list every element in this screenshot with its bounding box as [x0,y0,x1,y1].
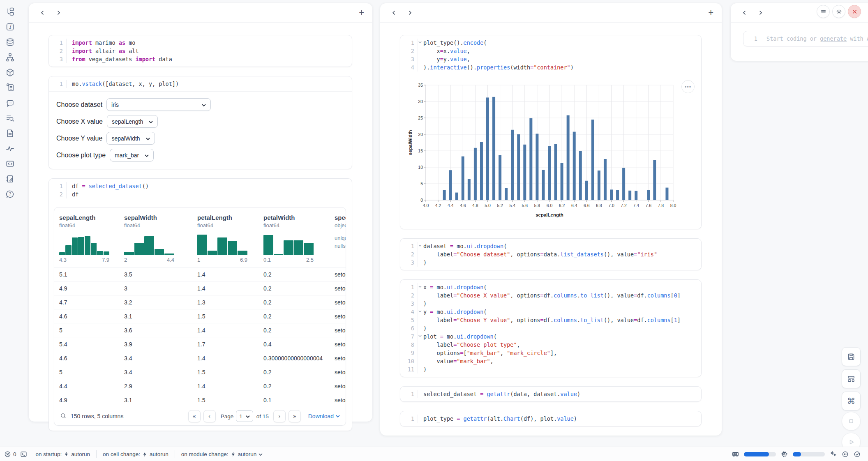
table-cell: 0.4 [259,341,330,348]
svg-text:5.4: 5.4 [509,203,515,208]
column-header-sepalLength[interactable]: sepalLengthfloat644.37.9 [54,214,119,263]
ram-usage-meter[interactable] [744,452,776,456]
last-page-button[interactable]: » [289,410,301,422]
file-tree-icon[interactable] [6,7,14,16]
table-row[interactable]: 4.63.41.40.30000000000000004setosa [54,351,346,365]
page-select[interactable]: 1 [236,410,253,422]
chart-actions-button[interactable]: ••• [681,80,695,93]
column-histogram [124,233,174,255]
table-row[interactable]: 4.63.11.50.2setosa [54,309,346,323]
chevron-left-icon[interactable] [739,7,750,18]
cpu-icon [781,451,788,458]
save-button[interactable] [842,347,861,366]
dependency-graph-icon[interactable] [6,53,14,62]
table-row[interactable]: 53.61.40.2setosa [54,323,346,337]
functions-icon[interactable]: f [6,23,14,31]
connection-status-icon[interactable] [854,451,861,458]
on-module-change-setting[interactable]: on module change: autorun [181,451,263,457]
errors-indicator[interactable]: 0 [4,451,16,458]
svg-text:4.6: 4.6 [460,203,466,208]
table-row[interactable]: 4.931.40.2setosa [54,281,346,295]
column-header-sepalWidth[interactable]: sepalWidthfloat6424.4 [119,214,192,263]
dropdown-select[interactable]: mark_bar [110,149,154,161]
cpu-usage-meter[interactable] [793,452,825,456]
page-count: of 15 [256,413,269,420]
on-cell-change-setting[interactable]: on cell change: autorun [103,451,169,457]
table-cell: 1.7 [192,341,259,348]
bar-chart[interactable]: 4.04.24.44.64.85.05.25.45.65.86.06.26.46… [407,81,701,221]
add-cell-button[interactable]: + [359,8,364,17]
documentation-icon[interactable] [6,129,14,138]
next-page-button[interactable]: › [273,410,286,422]
table-cell: 3 [119,285,192,292]
code-cell-dataframe[interactable]: 1df = selected_dataset()2df sepalLengthf… [48,178,352,431]
table-row[interactable]: 4.73.21.30.2setosa [54,295,346,309]
stop-button[interactable] [842,412,861,431]
copilot-icon[interactable] [842,451,849,458]
code-line: 11) [400,365,701,373]
layout-button[interactable] [842,369,861,388]
download-button[interactable]: Download [308,413,340,420]
keyboard-shortcuts-button[interactable]: ⌘ [842,392,861,410]
table-cell: 2.9 [119,383,192,390]
column-header-petalLength[interactable]: petalLengthfloat6416.9 [192,214,259,263]
chevron-down-icon [246,413,250,420]
column-header-petalWidth[interactable]: petalWidthfloat640.12.5 [259,214,330,263]
prev-page-button[interactable]: ‹ [203,410,216,422]
chevron-left-icon[interactable] [388,7,399,18]
ai-sparkles-icon[interactable] [830,451,837,458]
chevron-right-icon[interactable] [405,7,416,18]
dropdown-select[interactable]: sepalWidth [106,132,155,145]
chevron-left-icon[interactable] [37,7,48,18]
scratchpad-icon[interactable] [6,175,14,183]
on-startup-setting[interactable]: on startup: autorun [36,451,90,457]
code-cell-selected-dataset[interactable]: 1selected_dataset = getattr(data, datase… [400,386,702,402]
table-row[interactable]: 5.13.51.40.2setosa [54,267,346,281]
table-row[interactable]: 4.42.91.40.2setosa [54,379,346,393]
dropdown-select[interactable]: iris [106,98,211,111]
table-row[interactable]: 4.93.11.50.1setosa [54,393,346,407]
chevron-right-icon[interactable] [755,7,766,18]
code-line: 3) [400,300,701,308]
menu-button[interactable] [817,5,830,18]
table-row[interactable]: 53.41.50.2setosa [54,365,346,379]
generate-with-ai-link[interactable]: generate [820,35,847,42]
svg-text:35: 35 [418,83,423,88]
code-cell-plot[interactable]: 1plot_type().encode(2 x=x.value,3 y=y.va… [400,35,702,229]
code-cell-plot-type[interactable]: 1plot_type = getattr(alt.Chart(df), plot… [400,411,702,426]
code-cell-vstack[interactable]: 1mo.vstack([dataset, x, y, plot]) Choose… [48,76,352,169]
table-cell: 0.1 [259,397,330,403]
first-page-button[interactable]: « [188,410,201,422]
packages-icon[interactable] [6,68,14,77]
terminal-button[interactable] [20,451,27,458]
code-cell-dataset-dropdown[interactable]: 1dataset = mo.ui.dropdown(2 label="Choos… [400,238,702,270]
code-cell-xy-dropdowns[interactable]: 1x = mo.ui.dropdown(2 label="Choose X va… [400,279,702,377]
help-icon[interactable]: ? [6,190,14,198]
dropdown-select[interactable]: sepalLength [107,115,158,128]
ai-chat-icon[interactable] [6,99,14,107]
snippets-icon[interactable] [6,159,14,168]
control-label: Choose X value [56,118,103,125]
control-row: Choose plot typemark_bar [56,149,344,161]
settings-gear-button[interactable] [832,5,845,18]
outline-search-icon[interactable] [6,114,14,122]
tracing-icon[interactable] [6,144,14,153]
table-cell: 0.2 [259,327,330,334]
table-cell: 3.2 [119,299,192,306]
empty-code-cell[interactable]: 1 Start coding or generate with AI [743,31,868,46]
chevron-right-icon[interactable] [53,7,64,18]
table-cell: setosa [330,355,346,362]
code-line: 1mo.vstack([dataset, x, y, plot]) [49,80,352,88]
placeholder-text: Start coding or [766,35,820,42]
column-header-species[interactable]: speciesobjectuniquenulls: [330,214,346,263]
code-line: 7plot = mo.ui.dropdown( [400,332,701,341]
logs-icon[interactable] [6,83,14,92]
datasources-icon[interactable] [6,38,14,46]
close-button[interactable] [848,5,861,18]
table-row[interactable]: 5.43.91.70.4setosa [54,337,346,351]
search-icon[interactable] [60,413,67,420]
add-cell-button[interactable]: + [708,8,713,17]
code-cell-imports[interactable]: 1import marimo as mo2import altair as al… [48,35,352,67]
code-line: 8 label="Choose plot type", [400,341,701,349]
table-cell: 5 [54,327,119,334]
